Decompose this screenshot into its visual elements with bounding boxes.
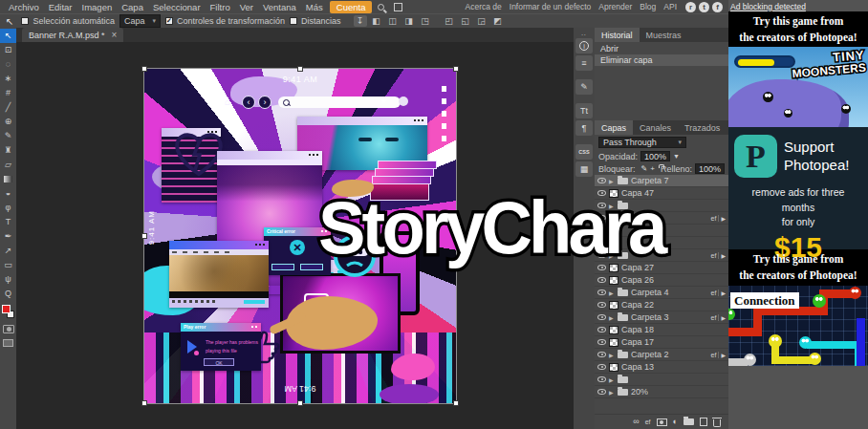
visibility-eye-icon[interactable] [597,190,606,196]
history-item-abrir[interactable]: Abrir [595,43,728,54]
zoom-tool[interactable]: Q [0,287,16,301]
layer-name[interactable]: Capa 47 [621,188,654,198]
layer-row[interactable]: ▶ ef ▶ [595,200,728,212]
header-link-blog[interactable]: Blog [636,2,660,11]
facebook-icon[interactable]: f [712,2,723,12]
hand-tool[interactable]: ψ [0,272,16,287]
layer-name[interactable]: Capa 13 [621,362,654,372]
shape-tool[interactable]: ▭ [0,258,16,272]
path-select-tool[interactable]: ↗ [0,244,16,258]
auto-select-checkbox[interactable] [21,17,29,25]
layer-row-capa-18[interactable]: ▶ Capa 18 ef ▶ [595,324,728,336]
layer-name[interactable]: Capa 26 [621,275,654,285]
align-middle-icon[interactable]: ◱ [459,15,472,27]
lasso-tool[interactable]: ◌ [0,57,16,72]
artboard[interactable]: 9:41 AM ⌂ ‹ › ★ [144,69,456,403]
layer-row[interactable]: ▶ ef ▶ [595,249,728,262]
connection-ad[interactable]: Connection [728,286,868,366]
expand-arrow-icon[interactable]: ▶ [609,178,615,184]
snap-icon[interactable]: ↧ [354,15,367,27]
menu-item-archivo[interactable]: Archivo [4,2,44,12]
expand-arrow-icon[interactable]: ▶ [609,215,615,222]
visibility-eye-icon[interactable] [597,376,606,382]
brush-settings-icon[interactable]: ✎ [575,79,593,95]
css-panel-icon[interactable]: CSS [575,144,593,160]
layer-row-capa-47[interactable]: ▶ Capa 47 ef ▶ [595,187,728,200]
effects-badge[interactable]: ef ▶ [711,290,726,296]
layer-name[interactable]: Capa 22 [621,300,654,310]
panel-tab-trazados[interactable]: Trazados [678,120,727,135]
align-center-h-icon[interactable]: ◫ [386,15,400,27]
visibility-eye-icon[interactable] [597,314,606,320]
layer-row-20%[interactable]: ▶ 20% ef ▶ [595,386,728,398]
panel-tab-capas[interactable]: Capas [595,120,633,135]
visibility-eye-icon[interactable] [597,227,606,233]
crop-tool[interactable]: # [0,86,16,100]
menu-item-imagen[interactable]: Imagen [77,2,118,12]
menu-item-ver[interactable]: Ver [235,2,258,12]
visibility-eye-icon[interactable] [597,364,606,370]
transform-handle-nw[interactable] [141,66,147,72]
ad-header-top[interactable]: Try this game from the creators of Photo… [728,11,868,47]
transform-controls-option[interactable]: ✓ Controles de transformación [165,16,285,26]
menu-item-seleccionar[interactable]: Seleccionar [148,2,206,12]
layer-thumbnail[interactable] [609,363,618,372]
clone-stamp-tool[interactable]: ♜ [0,143,16,158]
effects-badge[interactable]: ef ▶ [711,314,726,321]
layer-name[interactable]: Capa 17 [621,337,654,347]
visibility-eye-icon[interactable] [597,352,606,357]
expand-arrow-icon[interactable]: ▶ [609,290,615,296]
blur-tool[interactable]: ◒ [0,186,16,201]
ad-blocking-link[interactable]: Ad blocking detected [728,0,868,11]
visibility-eye-icon[interactable] [597,290,606,295]
panel-tab-canales[interactable]: Canales [633,120,678,135]
twitter-icon[interactable]: t [699,2,709,12]
visibility-eye-icon[interactable] [597,389,606,395]
adjustment-layer-icon[interactable]: ◐ [673,418,678,426]
header-link-acerca-de[interactable]: Acerca de [462,2,506,11]
paragraph-panel-icon[interactable]: ¶ [575,120,593,136]
layer-thumbnail[interactable] [609,326,618,334]
auto-select-target-dropdown[interactable]: Capa ▾ [119,14,161,28]
type-tool[interactable]: T [0,215,16,229]
transform-handle-w[interactable] [141,233,147,239]
layer-row[interactable]: ▶ ef ▶ [595,237,728,249]
properties-panel-icon[interactable]: ≡ [575,55,593,71]
layer-row[interactable]: ▶ ef ▶ [595,374,728,386]
visibility-eye-icon[interactable] [597,215,606,221]
screen-mode-icon[interactable] [3,339,13,347]
lock-paint-icon[interactable]: ✎ [641,165,648,173]
align-right-icon[interactable]: ◨ [402,15,416,27]
expand-arrow-icon[interactable]: ▶ [609,389,615,396]
menu-item-ventana[interactable]: Ventana [258,2,301,12]
gradient-tool[interactable] [0,172,16,186]
move-tool[interactable]: ↖ [0,29,16,43]
effects-badge[interactable]: ef ▶ [711,252,726,259]
expand-arrow-icon[interactable]: ▶ [609,203,615,209]
layer-effects-icon[interactable]: ef [645,418,651,425]
transform-handle-n[interactable] [297,66,303,72]
layer-name[interactable]: 20% [631,387,648,397]
layer-thumbnail[interactable] [609,189,618,198]
transform-handle-e[interactable] [453,233,459,239]
lock-position-icon[interactable]: + [650,165,655,173]
account-button[interactable]: Cuenta [330,1,373,13]
distances-checkbox[interactable] [290,17,297,25]
add-mask-icon[interactable] [657,418,667,426]
menu-item-filtro[interactable]: Filtro [206,2,235,12]
menu-item-editar[interactable]: Editar [44,2,77,12]
layer-name[interactable]: Carpeta 3 [631,312,669,322]
layer-name[interactable]: Capa 27 [621,263,654,272]
info-panel-icon[interactable]: i [575,38,593,54]
effects-badge[interactable]: ef ▶ [711,215,726,222]
align-top-icon[interactable]: ◰ [443,15,456,27]
layer-thumbnail[interactable] [609,264,618,272]
panel-tab-historial[interactable]: Historial [595,28,640,42]
fullscreen-icon[interactable] [394,3,402,11]
layer-row-carpeta-4[interactable]: ▶ Carpeta 4 ef ▶ [595,287,728,299]
layer-name[interactable]: Carpeta 4 [631,288,669,297]
layer-row[interactable]: ▶ ef ▶ [595,225,728,237]
brush-tool[interactable]: ✎ [0,129,16,143]
healing-tool[interactable]: ⊕ [0,115,16,129]
header-link-aprender[interactable]: Aprender [595,2,636,11]
